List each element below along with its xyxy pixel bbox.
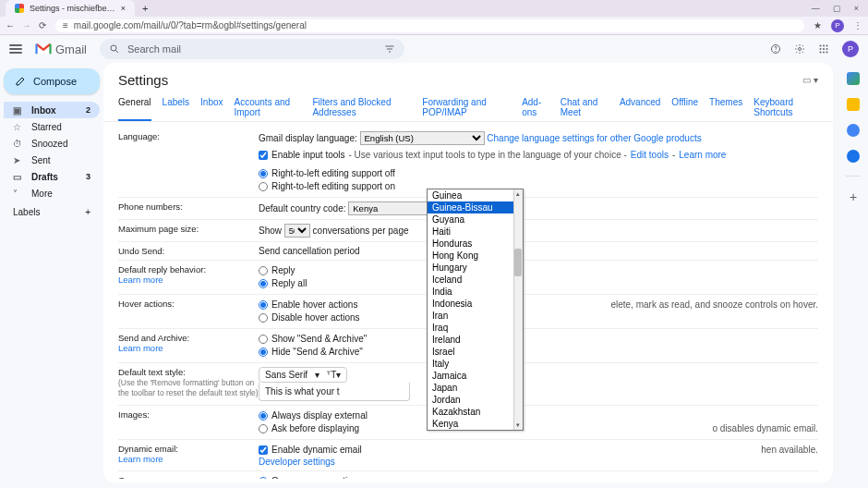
country-option[interactable]: Italy <box>428 358 523 370</box>
tab-forwarding-and-pop-imap[interactable]: Forwarding and POP/IMAP <box>422 93 511 121</box>
country-option[interactable]: Guinea <box>428 189 523 201</box>
grammar-on-radio[interactable] <box>259 477 268 479</box>
country-option[interactable]: Iran <box>428 310 523 322</box>
pagesize-select[interactable]: 50 <box>284 224 310 238</box>
nav-reload-icon[interactable]: ⟳ <box>39 20 46 30</box>
images-ask-radio[interactable] <box>259 424 268 433</box>
country-option[interactable]: Hungary <box>428 262 523 274</box>
google-apps-icon[interactable] <box>818 43 829 55</box>
developer-settings-link[interactable]: Developer settings <box>259 457 335 467</box>
tab-filters-and-blocked-addresses[interactable]: Filters and Blocked Addresses <box>312 93 411 121</box>
font-size-icon[interactable]: ᵀT▾ <box>327 370 341 380</box>
font-preview: This is what your t <box>259 383 410 401</box>
reply-radio[interactable] <box>259 266 268 275</box>
rtl-off-radio[interactable] <box>259 169 268 178</box>
font-toolbar[interactable]: Sans Serif▾ ᵀT▾ <box>259 367 347 383</box>
nav-back-icon[interactable]: ← <box>6 20 15 30</box>
country-option[interactable]: Indonesia <box>428 298 523 310</box>
dynamic-learn[interactable]: Learn more <box>118 454 163 464</box>
add-label-icon[interactable]: + <box>85 207 90 217</box>
site-info-icon[interactable]: ≡ <box>63 20 68 30</box>
support-icon[interactable] <box>770 43 781 55</box>
dynamic-enable-checkbox[interactable] <box>259 445 268 455</box>
tasks-icon[interactable] <box>847 124 860 137</box>
window-close-icon[interactable]: × <box>854 4 859 13</box>
get-addons-icon[interactable]: + <box>846 189 861 204</box>
tab-advanced[interactable]: Advanced <box>620 93 660 121</box>
rtl-on-radio[interactable] <box>259 182 268 191</box>
country-option[interactable]: Jordan <box>428 394 523 406</box>
reply-learn-more[interactable]: Learn more <box>118 274 163 285</box>
browser-menu-icon[interactable]: ⋮ <box>853 20 862 30</box>
sidebar-item-more[interactable]: ˅More <box>4 185 100 201</box>
country-option[interactable]: Ireland <box>428 334 523 346</box>
calendar-icon[interactable] <box>847 72 860 85</box>
extensions-icon[interactable]: ★ <box>814 20 822 30</box>
country-option[interactable]: Guinea-Bissau <box>428 201 523 214</box>
country-option[interactable]: India <box>428 286 523 298</box>
tab-inbox[interactable]: Inbox <box>200 93 223 121</box>
tab-themes[interactable]: Themes <box>709 93 742 121</box>
svg-point-11 <box>823 52 825 54</box>
sa-show-radio[interactable] <box>259 335 268 344</box>
country-option[interactable]: Jamaica <box>428 370 523 382</box>
sidebar-item-sent[interactable]: ➤Sent <box>4 152 100 168</box>
country-code-dropdown[interactable]: GuineaGuinea-BissauGuyanaHaitiHondurasHo… <box>427 189 524 431</box>
country-option[interactable]: Japan <box>428 382 523 394</box>
tab-keyboard-shortcuts[interactable]: Keyboard Shortcuts <box>753 93 818 121</box>
tab-accounts-and-import[interactable]: Accounts and Import <box>235 93 302 121</box>
tab-offline[interactable]: Offline <box>671 93 698 121</box>
window-minimize-icon[interactable]: — <box>812 4 820 13</box>
edit-tools-link[interactable]: Edit tools <box>631 149 669 162</box>
country-option[interactable]: Honduras <box>428 238 523 250</box>
country-option[interactable]: Hong Kong <box>428 250 523 262</box>
country-option[interactable]: Haiti <box>428 226 523 238</box>
sidebar-item-starred[interactable]: ☆Starred <box>4 118 100 135</box>
contacts-icon[interactable] <box>847 150 860 163</box>
compose-button[interactable]: Compose <box>4 68 100 94</box>
scroll-down-icon[interactable]: ▾ <box>513 421 523 430</box>
search-options-icon[interactable] <box>384 43 395 55</box>
scroll-up-icon[interactable]: ▴ <box>513 189 523 199</box>
scroll-thumb[interactable] <box>514 249 522 276</box>
sendarchive-learn[interactable]: Learn more <box>118 343 163 353</box>
display-language-select[interactable]: English (US) <box>360 131 485 145</box>
enable-input-tools-checkbox[interactable] <box>259 151 268 160</box>
browser-profile-avatar[interactable]: P <box>831 19 844 32</box>
hover-disable-radio[interactable] <box>259 313 268 323</box>
tab-add-ons[interactable]: Add-ons <box>522 93 549 121</box>
tab-chat-and-meet[interactable]: Chat and Meet <box>561 93 609 121</box>
main-menu-icon[interactable] <box>9 44 22 54</box>
sidebar-item-snoozed[interactable]: ⏱Snoozed <box>4 135 100 152</box>
country-option[interactable]: Iceland <box>428 274 523 286</box>
settings-tabs: GeneralLabelsInboxAccounts and ImportFil… <box>103 93 833 122</box>
search-bar[interactable]: Search mail <box>100 39 404 59</box>
url-field[interactable]: ≡ mail.google.com/mail/u/0/?tab=rm&ogbl#… <box>55 19 804 32</box>
learn-more-link[interactable]: Learn more <box>679 149 726 162</box>
hover-enable-radio[interactable] <box>259 300 268 310</box>
reply-all-radio[interactable] <box>259 279 268 288</box>
tab-labels[interactable]: Labels <box>163 93 189 121</box>
country-option[interactable]: Kenya <box>428 418 523 430</box>
dropdown-scrollbar[interactable]: ▴ ▾ <box>513 189 523 430</box>
browser-tab[interactable]: Settings - mischiefbedlam@gm × <box>6 0 135 17</box>
settings-gear-icon[interactable] <box>794 43 805 55</box>
sa-hide-radio[interactable] <box>259 348 268 357</box>
country-option[interactable]: Guyana <box>428 214 523 226</box>
country-option[interactable]: Iraq <box>428 322 523 334</box>
density-toggle[interactable]: ▭ ▾ <box>802 75 818 85</box>
sidebar-item-inbox[interactable]: ▣Inbox2 <box>4 102 100 118</box>
keep-icon[interactable] <box>847 98 860 111</box>
window-maximize-icon[interactable]: ▢ <box>833 4 841 13</box>
country-option[interactable]: Israel <box>428 346 523 358</box>
sidebar-item-drafts[interactable]: ▭Drafts3 <box>4 168 100 185</box>
country-option[interactable]: Kazakhstan <box>428 406 523 418</box>
new-tab-button[interactable]: + <box>135 3 155 14</box>
font-family-select[interactable]: Sans Serif <box>265 370 307 380</box>
change-language-link[interactable]: Change language settings for other Googl… <box>487 133 701 143</box>
tab-close-icon[interactable]: × <box>121 4 126 13</box>
images-always-radio[interactable] <box>259 411 268 421</box>
gmail-logo[interactable]: Gmail <box>35 43 87 56</box>
account-avatar[interactable]: P <box>842 41 859 57</box>
tab-general[interactable]: General <box>118 93 151 121</box>
